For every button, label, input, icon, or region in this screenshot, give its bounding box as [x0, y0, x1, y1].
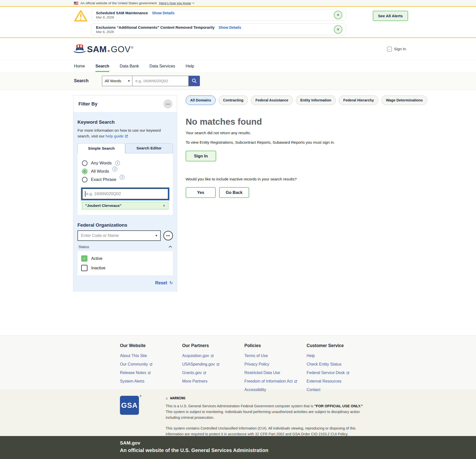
- pill-federal-hierarchy[interactable]: Federal Hierarchy: [339, 95, 379, 105]
- search-submit-button[interactable]: [189, 76, 200, 86]
- warning-block: ⚠ WARNING This is a U.S. General Service…: [166, 396, 366, 436]
- main-nav: Home Search Data Bank Data Services Help: [0, 60, 476, 72]
- all-words-radio[interactable]: [82, 169, 87, 174]
- keyword-input[interactable]: e.g. 1606N020Q02: [82, 188, 168, 199]
- inactive-checkbox[interactable]: [81, 265, 87, 271]
- gsa-logo: GSA ®: [120, 396, 139, 436]
- alert-warning-icon: [74, 9, 91, 37]
- go-back-button[interactable]: Go Back: [219, 187, 249, 198]
- search-input[interactable]: e.g. 1606N020Q02: [132, 76, 189, 86]
- alert-close-button[interactable]: ×: [334, 11, 342, 19]
- footer-link-our-community[interactable]: Our Community: [120, 362, 182, 367]
- footer-link-help[interactable]: Help: [307, 354, 369, 358]
- active-checkbox[interactable]: ✓: [81, 255, 87, 262]
- caret-down-icon: ▾: [155, 234, 157, 237]
- pill-all-domains[interactable]: All Domains: [186, 95, 216, 105]
- logo-sam-text: SAM: [87, 44, 107, 54]
- status-label: Status: [78, 245, 89, 249]
- nav-item-data-bank[interactable]: Data Bank: [120, 60, 139, 72]
- alert-title: Scheduled SAM Maintenance: [96, 11, 148, 15]
- search-placeholder: e.g. 1606N020Q02: [135, 79, 168, 83]
- nav-item-data-services[interactable]: Data Services: [149, 60, 175, 72]
- check-icon: ✓: [83, 256, 86, 260]
- show-details-link[interactable]: Show Details: [152, 11, 174, 15]
- yes-button[interactable]: Yes: [186, 187, 216, 198]
- no-matches-heading: No matches found: [186, 117, 427, 127]
- warning-paragraph-1: This is a U.S. General Services Administ…: [166, 403, 366, 421]
- search-mode-value: All Words: [105, 79, 121, 83]
- external-link-icon: [346, 371, 350, 375]
- bottom-bar: SAM.gov An official website of the U.S. …: [0, 436, 476, 459]
- info-icon[interactable]: i: [112, 167, 117, 171]
- us-flag-icon: [74, 2, 78, 5]
- show-details-link[interactable]: Show Details: [219, 25, 241, 29]
- alert-date: Mar 9, 2026: [96, 15, 175, 19]
- bottom-bar-title: SAM.gov: [120, 440, 476, 446]
- footer-link-about-this-site[interactable]: About This Site: [120, 354, 182, 358]
- external-link-icon: [211, 354, 214, 358]
- alerts-section: Scheduled SAM Maintenance Show Details M…: [0, 7, 476, 38]
- info-icon[interactable]: i: [115, 161, 120, 165]
- footer-link-restricted-data-use[interactable]: Restricted Data Use: [244, 371, 307, 375]
- search-icon: [192, 78, 197, 83]
- footer-col-our-partners: Our Partners Acquisition.gov USASpending…: [182, 343, 244, 389]
- footer-link-foia[interactable]: Freedom of Information Act: [244, 379, 307, 384]
- include-inactive-question: Would you like to include inactive recor…: [186, 177, 427, 181]
- pill-federal-assistance[interactable]: Federal Assistance: [251, 95, 293, 105]
- gsa-registered-mark: ®: [140, 395, 141, 398]
- footer-link-external-resources[interactable]: External Resources: [307, 379, 369, 384]
- filter-panel: Filter By — Keyword Search For more info…: [73, 95, 177, 291]
- warning-title: ⚠ WARNING: [166, 396, 366, 401]
- nav-item-search[interactable]: Search: [95, 60, 109, 72]
- simple-search-panel: Any Words i All Words i Exact Phrase i e…: [77, 153, 173, 215]
- tab-simple-search[interactable]: Simple Search: [77, 143, 125, 153]
- more-options-button[interactable]: •••: [163, 231, 173, 240]
- see-all-alerts-button[interactable]: See All Alerts: [373, 11, 408, 21]
- footer-link-terms-of-use[interactable]: Terms of Use: [244, 354, 307, 358]
- sam-gov-logo[interactable]: SAM★GOV®: [73, 44, 133, 54]
- radio-row-any-words: Any Words i: [82, 160, 168, 166]
- footer-link-system-alerts[interactable]: System Alerts: [120, 379, 182, 384]
- status-section-toggle[interactable]: Status: [78, 245, 171, 249]
- heres-how-you-know-link[interactable]: Here’s how you know: [159, 1, 194, 5]
- footer-link-check-entity-status[interactable]: Check Entity Status: [307, 362, 369, 367]
- alert-close-button[interactable]: ×: [334, 25, 342, 34]
- footer-link-accessibility[interactable]: Accessibility: [244, 388, 307, 392]
- alerts-list: Scheduled SAM Maintenance Show Details M…: [91, 9, 346, 37]
- banner-text: An official website of the United States…: [80, 1, 157, 5]
- pill-entity-information[interactable]: Entity Information: [296, 95, 336, 105]
- text-cursor: [85, 191, 85, 197]
- footer: Our Website About This Site Our Communit…: [0, 335, 476, 389]
- search-mode-select[interactable]: All Words ▾: [102, 76, 132, 86]
- footer-link-more-partners[interactable]: More Partners: [182, 379, 244, 384]
- reset-filters-link[interactable]: Reset ↻: [77, 280, 173, 286]
- warning-icon: ⚠: [166, 396, 168, 401]
- exact-phrase-radio[interactable]: [82, 177, 87, 182]
- footer-link-federal-service-desk[interactable]: Federal Service Desk: [307, 371, 369, 375]
- footer-link-grants-gov[interactable]: Grants.gov: [182, 371, 244, 375]
- tab-search-editor[interactable]: Search Editor: [125, 143, 173, 153]
- alert-card-maintenance: Scheduled SAM Maintenance Show Details M…: [91, 9, 346, 21]
- pill-wage-determinations[interactable]: Wage Determinations: [381, 95, 427, 105]
- footer-link-contact[interactable]: Contact: [307, 388, 369, 392]
- info-icon[interactable]: i: [120, 175, 124, 180]
- footer-link-acquisition-gov[interactable]: Acquisition.gov: [182, 354, 244, 358]
- any-words-radio[interactable]: [82, 160, 87, 166]
- sign-in-link[interactable]: ← Sign In: [387, 47, 406, 51]
- footer-link-usaspending-gov[interactable]: USASpending.gov: [182, 362, 244, 367]
- yes-goback-row: Yes Go Back: [186, 187, 427, 198]
- keyword-search-tabs: Simple Search Search Editor: [77, 143, 173, 153]
- nav-item-help[interactable]: Help: [186, 60, 194, 72]
- collapse-filters-button[interactable]: —: [163, 99, 172, 108]
- pill-contracting[interactable]: Contracting: [219, 95, 248, 105]
- gsa-warning-section: GSA ® ⚠ WARNING This is a U.S. General S…: [0, 389, 476, 436]
- sign-in-button[interactable]: Sign In: [186, 151, 216, 161]
- footer-link-release-notes[interactable]: Release Notes: [120, 371, 182, 375]
- footer-col-customer-service: Customer Service Help Check Entity Statu…: [307, 343, 369, 389]
- close-icon: ×: [337, 27, 339, 32]
- help-guide-link[interactable]: help guide: [106, 133, 128, 139]
- nav-item-home[interactable]: Home: [74, 60, 85, 72]
- chip-close-icon[interactable]: ×: [163, 203, 165, 208]
- footer-link-privacy-policy[interactable]: Privacy Policy: [244, 362, 307, 367]
- federal-org-combobox[interactable]: Enter Code or Name ▾: [77, 230, 161, 241]
